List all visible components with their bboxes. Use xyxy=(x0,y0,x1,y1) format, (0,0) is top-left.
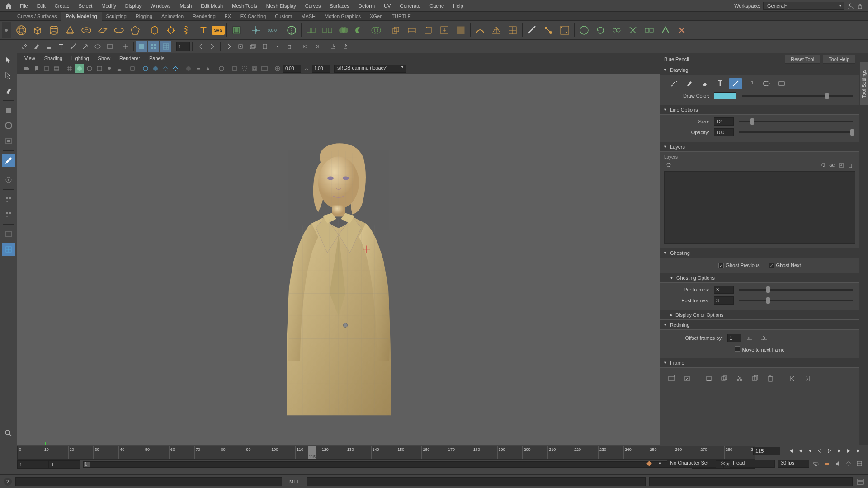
delete-key-icon[interactable] xyxy=(235,41,246,52)
separate-icon[interactable] xyxy=(320,23,335,38)
vp-film-icon[interactable] xyxy=(52,64,61,73)
layout-single-icon[interactable] xyxy=(2,227,15,241)
frame-cut-icon[interactable] xyxy=(734,373,745,384)
triangulate-icon[interactable] xyxy=(489,23,504,38)
ellipse-icon[interactable] xyxy=(92,41,103,52)
autokey-menu-icon[interactable]: ▼ xyxy=(656,460,664,468)
vp-expose-icon[interactable] xyxy=(217,64,226,73)
draw-brush-icon[interactable] xyxy=(683,78,696,89)
vp-light-icon[interactable] xyxy=(105,64,114,73)
frame-firstkey-icon[interactable] xyxy=(786,373,798,384)
draw-rect-icon[interactable] xyxy=(775,78,788,89)
multicut-icon[interactable] xyxy=(524,23,540,38)
shelf-tab-polymodeling[interactable]: Poly Modeling xyxy=(61,12,101,21)
section-retiming[interactable]: ▼Retiming xyxy=(660,320,859,330)
opacity-slider[interactable] xyxy=(739,131,853,133)
size-input[interactable] xyxy=(714,117,734,126)
section-lineoptions[interactable]: ▼Line Options xyxy=(660,105,859,115)
home-icon[interactable] xyxy=(5,2,13,10)
help-line-input[interactable] xyxy=(15,477,282,486)
viewport[interactable]: M renderCam (masterLayer) -X xyxy=(17,74,660,465)
vp-resolution-icon[interactable] xyxy=(230,64,239,73)
shelf-toggle-icon[interactable] xyxy=(2,22,11,38)
cache-icon[interactable] xyxy=(823,460,831,468)
sweep-icon[interactable] xyxy=(229,23,244,38)
plane-icon[interactable] xyxy=(95,23,110,38)
vp-menu-shading[interactable]: Shading xyxy=(41,56,66,61)
append-icon[interactable] xyxy=(437,23,452,38)
draw-arrow-icon[interactable] xyxy=(745,78,757,89)
workspace-select[interactable]: General* ▼ xyxy=(763,2,844,10)
type-icon[interactable]: T xyxy=(196,23,211,38)
cylinder-icon[interactable] xyxy=(46,23,61,38)
trash-icon[interactable] xyxy=(284,41,295,52)
offset-left-icon[interactable] xyxy=(744,333,755,343)
charset-select[interactable]: No Character Set xyxy=(667,460,716,468)
collapse-icon[interactable] xyxy=(625,23,641,38)
vp-wire-icon[interactable] xyxy=(85,64,94,73)
menu-edit[interactable]: Edit xyxy=(33,0,50,12)
paste-frame-icon[interactable] xyxy=(259,41,270,52)
layer-add-icon[interactable] xyxy=(838,162,844,169)
pencil-icon[interactable] xyxy=(19,41,30,52)
section-drawing[interactable]: ▼Drawing xyxy=(660,65,859,75)
reset-tool-button[interactable]: Reset Tool xyxy=(785,55,820,64)
move-icon[interactable] xyxy=(120,41,131,52)
to-end-icon[interactable] xyxy=(312,41,323,52)
vp-iso-icon[interactable] xyxy=(128,64,137,73)
layout-four-icon[interactable] xyxy=(2,243,15,256)
shelf-tab-animation[interactable]: Animation xyxy=(157,12,188,21)
vp-menu-show[interactable]: Show xyxy=(94,56,114,61)
offset-right-icon[interactable] xyxy=(758,333,770,343)
layer-ghost-icon[interactable] xyxy=(820,162,826,169)
tool-help-button[interactable]: Tool Help xyxy=(823,55,855,64)
time-ruler[interactable]: 0102030405060708090100110120130140150160… xyxy=(17,446,755,460)
step-back-key-icon[interactable] xyxy=(796,447,804,455)
snap-xyz-icon[interactable]: 0,0,0 xyxy=(264,23,280,38)
section-layers[interactable]: ▼Layers xyxy=(660,142,859,152)
section-displaycolor[interactable]: ▶Display Color Options xyxy=(660,310,859,320)
vp-gate-icon[interactable] xyxy=(240,64,249,73)
target-weld-icon[interactable] xyxy=(541,23,556,38)
rect-icon[interactable] xyxy=(104,41,115,52)
quadrangulate-icon[interactable] xyxy=(505,23,520,38)
vp-joint-icon[interactable] xyxy=(161,64,170,73)
ghost-prev-checkbox[interactable]: Ghost Previous xyxy=(718,263,760,268)
menu-create[interactable]: Create xyxy=(50,0,74,12)
move-tool-icon[interactable] xyxy=(2,103,15,117)
vp-poly-icon[interactable] xyxy=(171,64,180,73)
vp-gamma-icon[interactable] xyxy=(302,64,311,73)
vp-grid-icon[interactable] xyxy=(65,64,74,73)
help-icon[interactable]: ? xyxy=(4,478,12,486)
boolean-intersect-icon[interactable] xyxy=(368,23,384,38)
vp-ao-icon[interactable] xyxy=(184,64,193,73)
menu-deform[interactable]: Deform xyxy=(354,0,379,12)
text-icon[interactable]: T xyxy=(56,41,66,52)
vp-shaded-icon[interactable] xyxy=(75,64,84,73)
layer-search-icon[interactable] xyxy=(666,162,672,169)
draw-color-slider[interactable] xyxy=(742,95,853,97)
go-start-icon[interactable] xyxy=(786,447,794,455)
vp-menu-lighting[interactable]: Lighting xyxy=(68,56,93,61)
paint-select-icon[interactable] xyxy=(2,84,15,98)
menu-display[interactable]: Display xyxy=(121,0,146,12)
superellipse-icon[interactable] xyxy=(147,23,162,38)
fill-icon[interactable] xyxy=(453,23,468,38)
cut-frame-icon[interactable] xyxy=(272,41,283,52)
vp-safe-icon[interactable] xyxy=(250,64,259,73)
sync-icon[interactable] xyxy=(844,460,853,468)
platonic-icon[interactable] xyxy=(127,23,143,38)
vp-colorspace-select[interactable]: sRGB gamma (legacy)▼ xyxy=(334,65,406,73)
snap-origin-icon[interactable] xyxy=(248,23,264,38)
preframes-input[interactable] xyxy=(714,286,734,294)
vp-image-icon[interactable] xyxy=(42,64,51,73)
next-key-icon[interactable] xyxy=(207,41,218,52)
vp-aa-icon[interactable]: A xyxy=(204,64,213,73)
vp-textured-icon[interactable] xyxy=(95,64,104,73)
section-ghostoptions[interactable]: ▼Ghosting Options xyxy=(660,273,859,283)
circularize-icon[interactable] xyxy=(576,23,592,38)
layer-menu-icon[interactable] xyxy=(719,460,727,468)
to-start-icon[interactable] xyxy=(300,41,311,52)
draw-text-icon[interactable]: T xyxy=(714,78,726,89)
shelf-tab-custom[interactable]: Custom xyxy=(270,12,297,21)
